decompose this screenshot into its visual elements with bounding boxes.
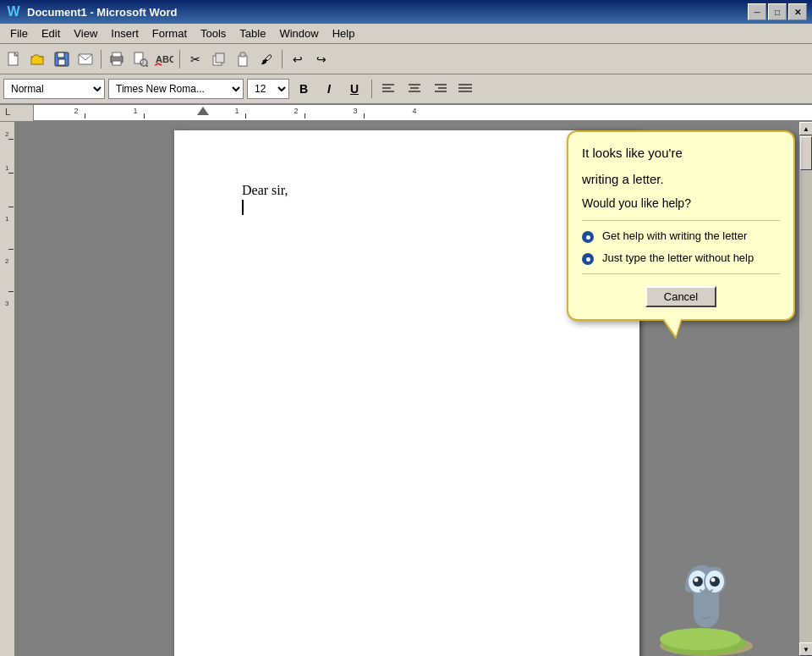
cut-button[interactable]: ✂	[184, 48, 206, 70]
svg-rect-10	[134, 52, 143, 63]
size-dropdown[interactable]: 12	[247, 79, 289, 99]
popup-option-1[interactable]: Get help with writing the letter	[582, 229, 780, 243]
popup-divider	[582, 220, 780, 221]
title-bar: W Document1 - Microsoft Word ─ □ ✕	[0, 0, 812, 24]
ruler-area: L 2 1 1 2 3 4	[0, 105, 812, 122]
svg-marker-30	[197, 107, 209, 115]
svg-rect-8	[112, 52, 121, 57]
menu-window[interactable]: Window	[272, 25, 325, 41]
main-area: 2 1 1 2 3 Dear sir, ▲ ▼ It looks like yo…	[0, 122, 812, 656]
font-dropdown[interactable]: Times New Roma...	[108, 79, 244, 99]
clippy-popup: It looks like you're writing a letter. W…	[567, 130, 795, 321]
redo-button[interactable]: ↪	[310, 48, 332, 70]
print-preview-button[interactable]	[129, 48, 151, 70]
ruler: 2 1 1 2 3 4	[34, 105, 812, 121]
svg-point-38	[694, 578, 699, 582]
menu-file[interactable]: File	[3, 25, 35, 41]
document-line-1: Dear sir,	[242, 181, 589, 200]
vertical-ruler: 2 1 1 2 3	[0, 122, 15, 656]
paste-button[interactable]	[232, 48, 254, 70]
align-left-button[interactable]	[378, 78, 400, 100]
maximize-button[interactable]: □	[768, 3, 787, 20]
email-button[interactable]	[74, 48, 96, 70]
cancel-button[interactable]: Cancel	[645, 286, 716, 307]
svg-rect-5	[58, 59, 65, 65]
clippy-character	[634, 504, 770, 656]
vertical-scrollbar[interactable]: ▲ ▼	[798, 122, 812, 656]
popup-option-1-text: Get help with writing the letter	[602, 229, 747, 242]
svg-rect-17	[240, 52, 245, 57]
scroll-thumb[interactable]	[800, 136, 812, 170]
italic-button[interactable]: I	[318, 78, 340, 100]
app-icon: W	[5, 3, 22, 20]
menu-view[interactable]: View	[67, 25, 104, 41]
underline-button[interactable]: U	[343, 78, 365, 100]
popup-option-2-text: Just type the letter without help	[602, 251, 754, 264]
scroll-track[interactable]	[799, 135, 812, 642]
save-button[interactable]	[51, 48, 73, 70]
menu-table[interactable]: Table	[233, 25, 272, 41]
menu-bar: File Edit View Insert Format Tools Table…	[0, 24, 812, 44]
menu-insert[interactable]: Insert	[104, 25, 145, 41]
popup-divider-2	[582, 273, 780, 274]
align-center-button[interactable]	[403, 78, 425, 100]
popup-message-line2: writing a letter.	[582, 170, 780, 188]
bullet-icon-1	[582, 231, 594, 243]
menu-edit[interactable]: Edit	[35, 25, 67, 41]
svg-rect-16	[239, 56, 247, 66]
svg-rect-4	[58, 52, 64, 58]
menu-tools[interactable]: Tools	[194, 25, 233, 41]
svg-line-12	[146, 65, 148, 67]
scroll-up-button[interactable]: ▲	[799, 122, 812, 135]
minimize-button[interactable]: ─	[748, 3, 766, 20]
popup-option-2[interactable]: Just type the letter without help	[582, 251, 780, 265]
spellcheck-button[interactable]: ABC	[153, 48, 175, 70]
separator-4	[371, 80, 372, 98]
popup-cancel-area: Cancel	[582, 286, 780, 307]
print-button[interactable]	[106, 48, 128, 70]
separator-3	[282, 50, 283, 69]
style-dropdown[interactable]: Normal	[3, 79, 105, 99]
svg-point-36	[693, 576, 703, 587]
copy-button[interactable]	[208, 48, 230, 70]
new-button[interactable]	[3, 48, 25, 70]
window-title: Document1 - Microsoft Word	[27, 6, 748, 19]
menu-format[interactable]: Format	[145, 25, 194, 41]
svg-point-33	[660, 628, 741, 650]
menu-help[interactable]: Help	[326, 25, 362, 41]
svg-point-37	[710, 576, 720, 587]
popup-question: Would you like help?	[582, 196, 780, 210]
align-right-button[interactable]	[429, 78, 451, 100]
svg-point-39	[711, 578, 716, 582]
bold-button[interactable]: B	[293, 78, 315, 100]
svg-rect-15	[216, 53, 224, 63]
close-button[interactable]: ✕	[788, 3, 807, 20]
document-content[interactable]: Dear sir,	[242, 181, 589, 215]
format-toolbar: Normal Times New Roma... 12 B I U	[0, 74, 812, 105]
separator-1	[101, 50, 102, 69]
window-controls: ─ □ ✕	[748, 3, 807, 20]
open-button[interactable]	[27, 48, 49, 70]
separator-2	[179, 50, 180, 69]
undo-button[interactable]: ↩	[287, 48, 309, 70]
justify-button[interactable]	[454, 78, 476, 100]
clippy-svg	[643, 521, 761, 656]
popup-message-line1: It looks like you're	[582, 144, 780, 162]
document-cursor-line	[242, 200, 589, 215]
ruler-left-margin: L	[0, 105, 34, 121]
format-painter-button[interactable]: 🖌	[255, 48, 277, 70]
scroll-down-button[interactable]: ▼	[799, 642, 812, 656]
svg-text:ABC: ABC	[156, 54, 173, 64]
standard-toolbar: ABC ✂ 🖌 ↩ ↪	[0, 44, 812, 74]
bullet-icon-2	[582, 253, 594, 265]
svg-rect-9	[112, 61, 121, 65]
